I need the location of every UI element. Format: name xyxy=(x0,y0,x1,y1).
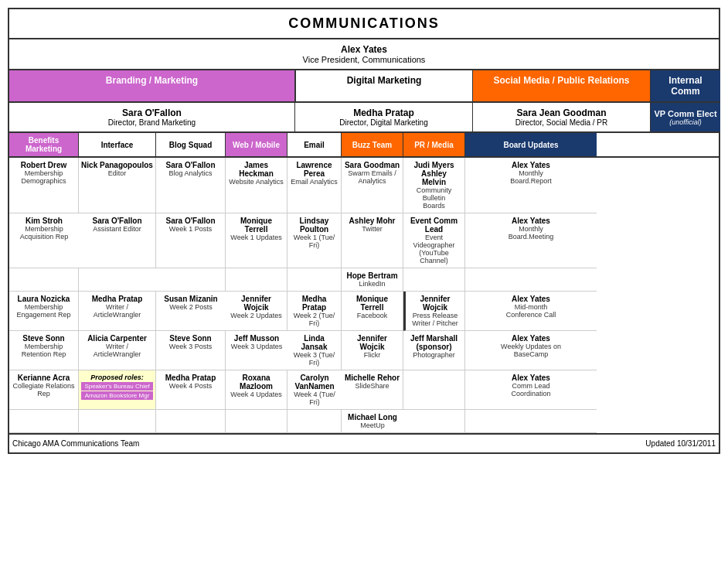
sub-email: Email xyxy=(287,133,342,156)
r2-blog: Sara O'Fallon Week 1 Posts xyxy=(156,213,226,268)
director-digital: Medha Pratap Director, Digital Marketing xyxy=(295,103,473,131)
r7-pr xyxy=(403,410,465,433)
sub-blog: Blog Squad xyxy=(156,133,226,156)
r1-board: Alex Yates MonthlyBoard.Report xyxy=(465,158,597,213)
r4-board: Alex Yates Mid-monthConference Call xyxy=(465,292,597,331)
r2-benefits: Kim Stroh MembershipAcquisition Rep xyxy=(9,213,79,268)
r3-interface xyxy=(79,268,156,292)
r5-web: Jeff Musson Week 3 Updates xyxy=(226,331,287,370)
r6-email: Carolyn VanNamen Week 4 (Tue/ Fri) xyxy=(287,370,342,410)
r5-benefits: Steve Sonn MembershipRetention Rep xyxy=(9,331,79,370)
sub-interface: Interface xyxy=(79,133,156,156)
r5-blog: Steve Sonn Week 3 Posts xyxy=(156,331,226,370)
r6-interface: Proposed roles: Speaker's Bureau Chief A… xyxy=(79,370,156,410)
dept-internal: Internal Comm xyxy=(651,70,720,101)
r4-web: Jennifer Wojcik Week 2 Updates xyxy=(226,292,287,331)
sub-benefits: Benefits Marketing xyxy=(9,133,79,156)
r4-pr: Jennifer Wojcik Press ReleaseWriter / Pi… xyxy=(403,292,465,331)
r3-pr xyxy=(403,268,465,292)
vp-name: Alex Yates xyxy=(12,44,716,55)
r1-email: Lawrence Perea Email Analytics xyxy=(287,158,342,213)
r2-board: Alex Yates MonthlyBoard.Meeting xyxy=(465,213,597,268)
sub-web: Web / Mobile xyxy=(226,133,287,156)
director-social: Sara Jean Goodman Director, Social Media… xyxy=(473,103,651,131)
r5-email: Linda Jansak Week 3 (Tue/ Fri) xyxy=(287,331,342,370)
r3-web xyxy=(226,268,287,292)
r2-pr: Event Comm Lead Event Videographer(YouTu… xyxy=(403,213,465,268)
r6-benefits: Kerianne Acra Collegiate RelationsRep xyxy=(9,370,79,410)
title-text: COMMUNICATIONS xyxy=(288,15,440,31)
r1-pr: Judi Myers AshleyMelvin Community Bullet… xyxy=(403,158,465,213)
r1-web: James Heckman Website Analytics xyxy=(226,158,287,213)
r7-buzz: Michael Long MeetUp xyxy=(342,410,403,433)
r2-interface: Sara O'Fallon Assistant Editor xyxy=(79,213,156,268)
dept-headers: Branding / Marketing Digital Marketing S… xyxy=(9,70,719,103)
r7-benefits xyxy=(9,410,79,433)
r7-email xyxy=(287,410,342,433)
r1-interface: Nick Panagopoulos Editor xyxy=(79,158,156,213)
page-title: COMMUNICATIONS xyxy=(9,9,719,39)
r4-blog: Susan Mizanin Week 2 Posts xyxy=(156,292,226,331)
sub-header-row: Benefits Marketing Interface Blog Squad … xyxy=(9,133,719,158)
dept-branding: Branding / Marketing xyxy=(9,70,295,101)
data-grid: Robert Drew MembershipDemographics Nick … xyxy=(9,158,719,433)
r1-blog: Sara O'Fallon Blog Analytics xyxy=(156,158,226,213)
footer-right: Updated 10/31/2011 xyxy=(645,439,716,448)
r4-buzz: Monique Terrell Facebook xyxy=(342,292,403,331)
vp-elect-cell: VP Comm Elect (unofficial) xyxy=(651,103,720,131)
r5-buzz: Jennifer Wojcik Flickr xyxy=(342,331,403,370)
r2-web: Monique Terrell Week 1 Updates xyxy=(226,213,287,268)
sub-pr: PR / Media xyxy=(403,133,465,156)
director-row: Sara O'Fallon Director, Brand Marketing … xyxy=(9,103,719,133)
r7-interface xyxy=(79,410,156,433)
r3-buzz: Hope Bertram LinkedIn xyxy=(342,268,403,292)
r3-email xyxy=(287,268,342,292)
dept-digital: Digital Marketing xyxy=(295,70,473,101)
r2-buzz: Ashley Mohr Twitter xyxy=(342,213,403,268)
r1-benefits: Robert Drew MembershipDemographics xyxy=(9,158,79,213)
r4-benefits: Laura Nozicka MembershipEngagement Rep xyxy=(9,292,79,331)
dept-social: Social Media / Public Relations xyxy=(473,70,651,101)
r5-pr: Jeff Marshall(sponsor) Photographer xyxy=(403,331,465,370)
vp-bar: Alex Yates Vice President, Communication… xyxy=(9,39,719,70)
r3-benefits xyxy=(9,268,79,292)
vp-title: Vice President, Communications xyxy=(12,55,716,64)
r7-board xyxy=(465,410,597,433)
r3-blog xyxy=(156,268,226,292)
r7-blog xyxy=(156,410,226,433)
r3-board xyxy=(465,268,597,292)
r6-blog: Medha Pratap Week 4 Posts xyxy=(156,370,226,410)
page-wrapper: COMMUNICATIONS Alex Yates Vice President… xyxy=(8,8,720,454)
r5-interface: Alicia Carpenter Writer /ArticleWrangler xyxy=(79,331,156,370)
r4-email: Medha Pratap Week 2 (Tue/ Fri) xyxy=(287,292,342,331)
r6-buzz: Michelle Rehor SlideShare xyxy=(342,370,403,410)
sub-board: Board Updates xyxy=(465,133,597,156)
footer: Chicago AMA Communications Team Updated … xyxy=(9,433,719,452)
footer-left: Chicago AMA Communications Team xyxy=(12,439,139,448)
r5-board: Alex Yates Weekly Updates onBaseCamp xyxy=(465,331,597,370)
sub-buzz: Buzz Team xyxy=(342,133,403,156)
director-branding: Sara O'Fallon Director, Brand Marketing xyxy=(9,103,295,131)
r4-interface: Medha Pratap Writer /ArticleWrangler xyxy=(79,292,156,331)
r6-web: Roxana Mazloom Week 4 Updates xyxy=(226,370,287,410)
r2-email: Lindsay Poulton Week 1 (Tue/ Fri) xyxy=(287,213,342,268)
r7-web xyxy=(226,410,287,433)
r6-board: Alex Yates Comm LeadCoordination xyxy=(465,370,597,410)
r1-buzz: Sara Goodman Swarm Emails /Analytics xyxy=(342,158,403,213)
r6-pr xyxy=(403,370,465,410)
